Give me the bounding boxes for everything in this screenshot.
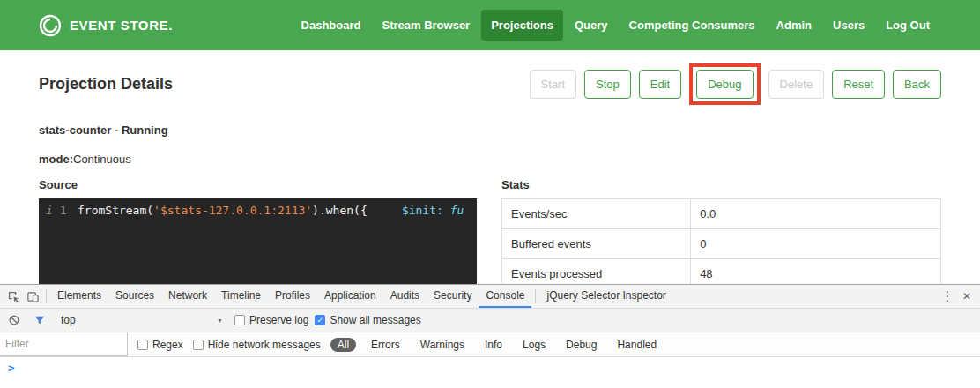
console-input-area[interactable]: >: [0, 356, 980, 388]
console-prompt-chevron: >: [8, 362, 15, 375]
stat-name: Events/sec: [502, 199, 691, 229]
stats-heading: Stats: [501, 178, 941, 191]
eventstore-logo-icon: [39, 14, 62, 37]
code-token: fu: [450, 204, 464, 217]
nav-competing-consumers[interactable]: Competing Consumers: [620, 10, 765, 41]
page-title: Projection Details: [39, 75, 173, 93]
preserve-log-label: Preserve log: [249, 314, 308, 326]
projection-mode: mode:Continuous: [39, 153, 941, 166]
checkbox-unchecked-icon[interactable]: [193, 340, 204, 350]
devtools-tab-network[interactable]: Network: [161, 285, 214, 308]
nav-dashboard[interactable]: Dashboard: [292, 10, 371, 41]
code-token: ).when({: [312, 204, 368, 217]
filter-level-all[interactable]: All: [330, 338, 356, 352]
projection-status: stats-counter - Running: [39, 123, 941, 137]
filter-level-handled[interactable]: Handled: [612, 338, 662, 352]
page-header: Projection Details Start Stop Edit Debug…: [39, 63, 941, 105]
nav-logout[interactable]: Log Out: [876, 10, 939, 41]
table-row: Events/sec 0.0: [502, 199, 941, 229]
code-token: fromStream(: [78, 204, 153, 217]
devtools-tab-audits[interactable]: Audits: [383, 285, 427, 308]
start-button[interactable]: Start: [530, 70, 576, 99]
execution-context-selector[interactable]: top ▼: [56, 314, 228, 326]
divider: [535, 289, 536, 303]
nav-users[interactable]: Users: [823, 10, 874, 41]
main-content: Projection Details Start Stop Edit Debug…: [0, 63, 980, 290]
debug-button[interactable]: Debug: [696, 70, 753, 99]
hide-network-messages-checkbox[interactable]: Hide network messages: [193, 339, 321, 351]
console-filter-input[interactable]: [0, 332, 128, 356]
nav-stream-browser[interactable]: Stream Browser: [372, 10, 479, 41]
show-all-messages-checkbox[interactable]: ✓ Show all messages: [315, 314, 420, 326]
stat-value: 0.0: [691, 199, 941, 229]
stats-section: Stats Events/sec 0.0 Buffered events 0 E…: [501, 178, 941, 290]
hide-network-messages-label: Hide network messages: [208, 339, 321, 351]
divider: [46, 289, 47, 303]
devtools-tabbar: Elements Sources Network Timeline Profil…: [0, 285, 980, 308]
back-button[interactable]: Back: [893, 70, 941, 99]
code-token: [368, 204, 402, 217]
devtools-tab-console[interactable]: Console: [479, 285, 531, 308]
show-all-messages-label: Show all messages: [330, 314, 420, 326]
close-devtools-icon[interactable]: ✕: [957, 287, 976, 306]
filter-level-warnings[interactable]: Warnings: [415, 338, 470, 352]
reset-button[interactable]: Reset: [832, 70, 885, 99]
regex-checkbox[interactable]: Regex: [137, 339, 183, 351]
filter-level-info[interactable]: Info: [479, 338, 508, 352]
checkbox-checked-icon[interactable]: ✓: [315, 315, 325, 325]
editor-gutter: i 1: [39, 198, 74, 290]
preserve-log-checkbox[interactable]: Preserve log: [234, 314, 308, 326]
stat-name: Buffered events: [502, 229, 691, 259]
checkbox-unchecked-icon[interactable]: [234, 315, 245, 325]
filter-level-errors[interactable]: Errors: [366, 338, 405, 352]
nav-projections[interactable]: Projections: [481, 10, 563, 41]
debug-highlight-annotation: Debug: [689, 63, 760, 105]
console-toolbar: top ▼ Preserve log ✓ Show all messages: [0, 308, 980, 332]
projection-actions: Start Stop Edit Debug Delete Reset Back: [530, 63, 941, 105]
eventstore-logo[interactable]: EVENT STORE.: [39, 14, 173, 37]
brand-name: EVENT STORE.: [70, 18, 173, 33]
delete-button[interactable]: Delete: [768, 70, 825, 99]
gutter-info-icon: i: [46, 204, 53, 290]
filter-funnel-icon[interactable]: [30, 310, 49, 330]
filter-level-logs[interactable]: Logs: [517, 338, 551, 352]
stat-value: 0: [691, 229, 941, 259]
code-line: fromStream('$stats-127.0.0.1:2113').when…: [74, 198, 464, 290]
inspect-element-icon[interactable]: [4, 287, 23, 306]
stop-button[interactable]: Stop: [584, 70, 631, 99]
stats-table: Events/sec 0.0 Buffered events 0 Events …: [501, 198, 941, 289]
devtools-tab-sources[interactable]: Sources: [108, 285, 161, 308]
kebab-menu-icon[interactable]: ⋮: [938, 287, 957, 306]
screen: EVENT STORE. Dashboard Stream Browser Pr…: [0, 0, 980, 388]
mode-label: mode:: [39, 153, 73, 166]
nav-admin[interactable]: Admin: [767, 10, 821, 41]
context-label: top: [61, 314, 76, 326]
device-toolbar-icon[interactable]: [23, 287, 42, 306]
regex-label: Regex: [152, 339, 183, 351]
devtools-tab-security[interactable]: Security: [427, 285, 479, 308]
devtools-tab-jquery-selector-inspector[interactable]: jQuery Selector Inspector: [539, 285, 672, 308]
source-heading: Source: [39, 178, 477, 191]
code-token: [443, 204, 450, 217]
table-row: Buffered events 0: [502, 229, 941, 259]
source-code-editor[interactable]: i 1 fromStream('$stats-127.0.0.1:2113').…: [39, 198, 477, 290]
devtools-tab-application[interactable]: Application: [317, 285, 383, 308]
clear-console-icon[interactable]: [4, 310, 24, 330]
devtools-tab-timeline[interactable]: Timeline: [214, 285, 268, 308]
chevron-down-icon: ▼: [217, 317, 223, 324]
content-columns: Source i 1 fromStream('$stats-127.0.0.1:…: [39, 178, 941, 290]
edit-button[interactable]: Edit: [639, 70, 681, 99]
mode-value: Continuous: [73, 153, 131, 166]
devtools-window-controls: ⋮ ✕: [938, 287, 976, 306]
checkbox-unchecked-icon[interactable]: [137, 340, 148, 350]
top-navigation: EVENT STORE. Dashboard Stream Browser Pr…: [0, 0, 980, 50]
nav-query[interactable]: Query: [565, 10, 618, 41]
devtools-tab-profiles[interactable]: Profiles: [268, 285, 317, 308]
code-token: $init:: [402, 204, 443, 217]
filter-level-debug[interactable]: Debug: [561, 338, 602, 352]
devtools-tab-elements[interactable]: Elements: [50, 285, 108, 308]
console-filterbar: Regex Hide network messages All Errors W…: [0, 332, 980, 356]
main-nav: Dashboard Stream Browser Projections Que…: [292, 10, 939, 41]
source-section: Source i 1 fromStream('$stats-127.0.0.1:…: [39, 178, 477, 290]
code-token: '$stats-127.0.0.1:2113': [153, 204, 312, 217]
